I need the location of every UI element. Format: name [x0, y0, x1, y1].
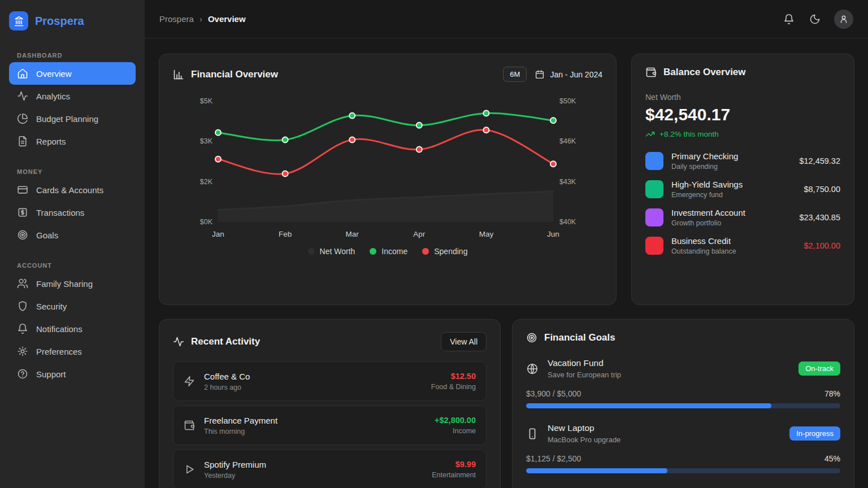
dollar-receipt-icon [17, 207, 28, 218]
sidebar-item-label: Cards & Accounts [36, 185, 103, 195]
sidebar-item-label: Goals [36, 230, 58, 240]
goal-status-badge: In-progress [789, 426, 840, 441]
theme-toggle-button[interactable] [808, 12, 822, 26]
activity-item-coffee[interactable]: Coffee & Co 2 hours ago $12.50 Food & Di… [173, 361, 487, 401]
activity-name: Freelance Payment [204, 416, 426, 425]
legend-income: Income [370, 247, 407, 256]
goal-name: Vacation Fund [548, 358, 789, 368]
account-name: High-Yield Savings [671, 180, 796, 189]
nav-section-label-dashboard: DASHBOARD [0, 49, 145, 62]
target-icon [526, 332, 537, 343]
view-all-button[interactable]: View All [441, 332, 487, 351]
smartphone-icon [526, 428, 539, 440]
activity-item-freelance[interactable]: Freelance Payment This morning +$2,800.0… [173, 406, 487, 445]
account-row-business-credit[interactable]: Business Credit Outstanding balance $2,1… [645, 236, 840, 255]
sidebar-item-goals[interactable]: Goals [9, 224, 136, 246]
sidebar-item-transactions[interactable]: Transactions [9, 201, 136, 224]
goal-percent: 78% [824, 389, 840, 398]
net-worth-label: Net Worth [645, 93, 840, 102]
brand[interactable]: Prospera [0, 8, 145, 36]
bell-icon [783, 14, 795, 25]
activity-time: This morning [204, 428, 426, 435]
breadcrumb-current: Overview [208, 14, 246, 24]
sidebar-item-overview[interactable]: Overview [9, 62, 136, 85]
sidebar-item-label: Overview [36, 69, 72, 79]
sidebar-item-reports[interactable]: Reports [9, 130, 136, 152]
account-name: Business Credit [671, 236, 796, 246]
calendar-icon [535, 69, 545, 80]
financial-goals-title: Financial Goals [544, 332, 615, 343]
account-sub: Emergency fund [671, 191, 796, 199]
pie-chart-icon [17, 113, 28, 124]
activity-time: Yesterday [204, 472, 423, 480]
goal-new-laptop[interactable]: New Laptop MacBook Pro upgrade In-progre… [526, 423, 840, 473]
wallet-icon [184, 420, 195, 431]
sidebar-item-preferences[interactable]: Preferences [9, 340, 136, 363]
goal-progress-fill [526, 468, 667, 473]
activity-time: 2 hours ago [204, 384, 422, 391]
recent-activity-title: Recent Activity [191, 336, 260, 347]
date-range-label: Jan - Jun 2024 [550, 70, 602, 79]
goal-desc: MacBook Pro upgrade [548, 435, 780, 444]
goal-amounts: $1,125 / $2,500 [526, 454, 581, 463]
account-sub: Growth portfolio [671, 219, 791, 227]
legend-net-worth: Net Worth [308, 247, 355, 256]
spending-legend-dot [422, 248, 429, 255]
svg-text:$50K: $50K [559, 97, 576, 105]
account-row-primary-checking[interactable]: Primary Checking Daily spending $12,459.… [645, 151, 840, 171]
user-avatar[interactable] [834, 10, 853, 29]
bar-chart-icon [173, 69, 184, 80]
account-amount: $8,750.00 [804, 185, 840, 194]
activity-category: Entertainment [432, 471, 476, 479]
sidebar-item-analytics[interactable]: Analytics [9, 85, 136, 107]
svg-text:$43K: $43K [559, 178, 576, 186]
goal-status-badge: On-track [798, 361, 840, 376]
svg-text:$0K: $0K [200, 218, 213, 226]
sidebar-item-label: Budget Planning [36, 114, 98, 124]
net-worth-value: $42,540.17 [645, 105, 840, 124]
activity-item-spotify[interactable]: Spotify Premium Yesterday $9.99 Entertai… [173, 450, 487, 488]
activity-name: Coffee & Co [204, 372, 422, 381]
account-row-investment-account[interactable]: Investment Account Growth portfolio $23,… [645, 208, 840, 227]
activity-name: Spotify Premium [204, 460, 423, 469]
goal-progress-track [526, 403, 840, 408]
sidebar-item-label: Preferences [36, 347, 82, 356]
goal-desc: Save for European trip [548, 371, 789, 379]
svg-text:Jun: Jun [547, 230, 559, 238]
sidebar-item-family-sharing[interactable]: Family Sharing [9, 272, 136, 295]
svg-text:Feb: Feb [279, 230, 292, 238]
nav-section-label-account: ACCOUNT [0, 259, 145, 272]
play-icon [184, 464, 195, 475]
date-range-picker[interactable]: Jan - Jun 2024 [535, 69, 602, 80]
account-color-swatch [645, 180, 663, 198]
range-6m-button[interactable]: 6M [503, 67, 527, 82]
sidebar-item-cards-accounts[interactable]: Cards & Accounts [9, 178, 136, 201]
svg-text:$2K: $2K [200, 178, 213, 186]
zap-icon [184, 376, 195, 387]
goal-vacation-fund[interactable]: Vacation Fund Save for European trip On-… [526, 358, 840, 408]
topbar-actions [782, 10, 853, 29]
bell-icon [17, 323, 28, 334]
balance-overview-card: Balance Overview Net Worth $42,540.17 +8… [631, 54, 854, 305]
sidebar-item-security[interactable]: Security [9, 295, 136, 317]
breadcrumb-root[interactable]: Prospera [159, 14, 194, 24]
sidebar-item-label: Analytics [36, 91, 70, 101]
svg-text:Mar: Mar [346, 230, 359, 238]
balance-overview-title: Balance Overview [663, 67, 746, 78]
sidebar-item-support[interactable]: Support [9, 363, 136, 385]
sidebar-item-notifications[interactable]: Notifications [9, 317, 136, 340]
target-icon [17, 229, 28, 241]
net-worth-change-text: +8.2% this month [659, 130, 719, 138]
svg-text:$3K: $3K [200, 137, 213, 145]
notifications-button[interactable] [782, 12, 796, 26]
top-bar: Prospera › Overview [145, 0, 868, 38]
page-content: Financial Overview 6M Jan - Jun 2024 $5K… [145, 38, 868, 488]
activity-amount: $12.50 [431, 372, 476, 381]
account-amount: $2,100.00 [804, 241, 840, 250]
activity-category: Income [435, 427, 476, 435]
sidebar-item-budget-planning[interactable]: Budget Planning [9, 107, 136, 130]
account-row-high-yield-savings[interactable]: High-Yield Savings Emergency fund $8,750… [645, 180, 840, 199]
sidebar-item-label: Reports [36, 137, 66, 146]
net-worth-change: +8.2% this month [645, 129, 840, 139]
chart-legend: Net Worth Income Spending [173, 247, 602, 256]
